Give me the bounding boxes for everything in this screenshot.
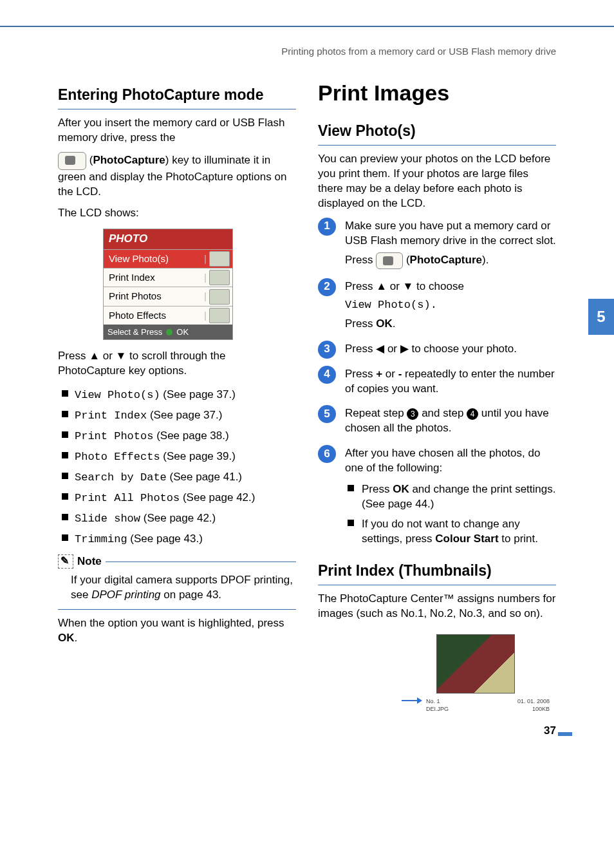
note-body: If your digital camera supports DPOF pri… <box>58 573 296 603</box>
note-heading: Note <box>58 554 106 569</box>
option-photo-effects: Photo Effects (See page 39.) <box>62 447 296 467</box>
press-ok-paragraph: When the option you want is highlighted,… <box>58 616 296 646</box>
step-4-mid: or <box>382 368 398 380</box>
lcd-shows-label: The LCD shows: <box>58 206 296 221</box>
colour-start-label: Colour Start <box>435 533 498 545</box>
photocapture-key-sentence: (PhotoCapture) key to illuminate it in g… <box>58 152 296 200</box>
thumbnail-meta-right: 01. 01. 2008 100KB <box>517 697 550 713</box>
page-number: 37 <box>544 724 556 739</box>
intro-paragraph-1: After you insert the memory card or USB … <box>58 116 296 146</box>
step-3: 3 Press ◀ or ▶ to choose your photo. <box>318 341 556 361</box>
option-print-photos: Print Photos (See page 38.) <box>62 426 296 447</box>
option-code: View Photo(s) <box>75 389 160 401</box>
lcd-row-label: Photo Effects <box>104 307 203 325</box>
step-2-line-1: Press ▲ or ▼ to choose <box>345 279 556 294</box>
heading-print-images: Print Images <box>318 79 556 108</box>
view-photos-steps: 1 Make sure you have put a memory card o… <box>318 218 556 549</box>
option-ref: (See page 38.) <box>153 429 228 442</box>
step-6-intro: After you have chosen all the photos, do… <box>345 446 556 476</box>
lcd-row-print-index: Print Index | <box>104 268 232 287</box>
lcd-row-label: View Photo(s) <box>104 250 203 268</box>
option-code: Slide show <box>75 513 140 525</box>
step-number-badge: 6 <box>318 445 336 463</box>
lcd-row-sep: | <box>203 271 208 284</box>
step-body: Press ◀ or ▶ to choose your photo. <box>345 341 556 361</box>
lcd-footer-ok: OK <box>176 326 189 338</box>
scroll-instruction: Press ▲ or ▼ to scroll through the Photo… <box>58 349 296 379</box>
option-code: Search by Date <box>75 471 167 484</box>
lcd-row-view-photos: View Photo(s) | <box>104 249 232 268</box>
thumbnail-no: No. 1 <box>426 697 512 705</box>
page-number-bar <box>558 732 572 736</box>
note-block: Note If your digital camera supports DPO… <box>58 561 296 610</box>
heading-entering-photocapture: Entering PhotoCapture mode <box>58 85 296 109</box>
chapter-tab: 5 <box>588 299 614 335</box>
step-number-badge: 5 <box>318 405 336 423</box>
option-print-index: Print Index (See page 37.) <box>62 406 296 426</box>
heading-print-index: Print Index (Thumbnails) <box>318 561 556 585</box>
step-1-line-2: Press (PhotoCapture). <box>345 252 556 269</box>
step-2-post: . <box>393 317 396 330</box>
step-ref-4-icon: 4 <box>467 408 478 420</box>
left-column: Entering PhotoCapture mode After you ins… <box>58 73 296 713</box>
heading-view-photos: View Photo(s) <box>318 121 556 146</box>
step-5: 5 Repeat step 3 and step 4 until you hav… <box>318 405 556 440</box>
option-print-all-photos: Print All Photos (See page 42.) <box>62 488 296 509</box>
step-2-press-ok: Press OK. <box>345 317 556 332</box>
step-number-badge: 1 <box>318 218 336 236</box>
option-ref: (See page 43.) <box>127 533 203 545</box>
option-trimming: Trimming (See page 43.) <box>62 529 296 550</box>
lcd-row-sep: | <box>203 309 208 322</box>
ok-label: OK <box>58 632 75 644</box>
step-number-badge: 4 <box>318 366 336 384</box>
step-body: Press ▲ or ▼ to choose View Photo(s). Pr… <box>345 278 556 335</box>
photocapture-key-icon <box>376 252 403 269</box>
step-body: Repeat step 3 and step 4 until you have … <box>345 405 556 440</box>
lcd-title: PHOTO <box>104 229 232 249</box>
thumbnail-date: 01. 01. 2008 <box>517 697 550 705</box>
option-slide-show: Slide show (See page 42.) <box>62 509 296 529</box>
option-ref: (See page 42.) <box>180 491 255 504</box>
step-5-pre: Repeat step <box>345 407 407 419</box>
step-body: After you have chosen all the photos, do… <box>345 445 556 549</box>
step-number-badge: 2 <box>318 278 336 296</box>
lcd-row-thumb-icon <box>209 251 230 267</box>
step-6-sub-1: Press OK and change the print settings. … <box>348 480 556 514</box>
step-2-code: View Photo(s). <box>345 298 556 313</box>
note-heading-label: Note <box>77 554 102 569</box>
option-ref: (See page 41.) <box>167 471 242 483</box>
option-code: Print Index <box>75 410 147 422</box>
options-list: View Photo(s) (See page 37.) Print Index… <box>58 385 296 550</box>
sub-post: to print. <box>499 533 538 545</box>
print-index-intro: The PhotoCapture Center™ assigns numbers… <box>318 592 556 621</box>
lcd-row-thumb-icon <box>209 308 230 323</box>
step-2-press: Press <box>345 317 376 330</box>
lcd-row-sep: | <box>203 290 208 303</box>
step-4: 4 Press + or - repeatedly to enter the n… <box>318 366 556 401</box>
option-ref: (See page 42.) <box>140 512 216 524</box>
ok-label: OK <box>393 483 409 495</box>
step-ref-3-icon: 3 <box>407 408 418 420</box>
option-ref: (See page 37.) <box>160 388 236 401</box>
lcd-mockup: PHOTO View Photo(s) | Print Index | Prin… <box>103 229 233 340</box>
note-body-em: DPOF printing <box>91 589 160 601</box>
thumbnail-size: 100KB <box>517 705 550 713</box>
lcd-row-label: Print Photos <box>104 287 203 305</box>
option-search-by-date: Search by Date (See page 41.) <box>62 467 296 488</box>
step-5-mid: and step <box>418 407 467 419</box>
option-code: Print All Photos <box>75 492 180 504</box>
thumbnail-filename: DEI.JPG <box>426 705 512 713</box>
option-view-photos: View Photo(s) (See page 37.) <box>62 385 296 406</box>
step-1-line-1: Make sure you have put a memory card or … <box>345 219 556 249</box>
lcd-row-sep: | <box>203 252 208 265</box>
option-code: Trimming <box>75 533 127 545</box>
sub-pre: Press <box>362 483 393 495</box>
lcd-row-print-photos: Print Photos | <box>104 287 232 305</box>
step-6-sublist: Press OK and change the print settings. … <box>345 480 556 549</box>
lcd-footer-label: Select & Press <box>107 326 162 338</box>
right-column: Print Images View Photo(s) You can previ… <box>318 73 556 713</box>
step-number-badge: 3 <box>318 341 336 359</box>
lcd-footer-dot-icon <box>166 329 172 335</box>
note-body-post: on page 43. <box>161 589 222 601</box>
step-body: Make sure you have put a memory card or … <box>345 218 556 273</box>
